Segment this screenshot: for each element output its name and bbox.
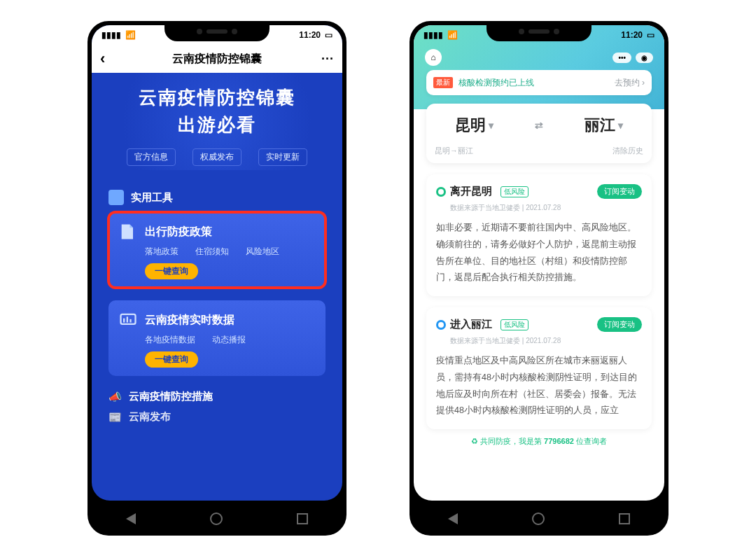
back-button[interactable]: ‹: [100, 51, 105, 67]
badge: 权威发布: [192, 148, 241, 166]
svg-rect-2: [127, 316, 128, 322]
to-city[interactable]: 丽江▾: [584, 115, 623, 136]
page-title: 云南疫情防控锦囊: [172, 52, 262, 67]
query-button[interactable]: 一键查询: [145, 263, 198, 279]
info-card-leave: 离开昆明 低风险 订阅变动 数据来源于当地卫健委 | 2021.07.28 如非…: [426, 174, 652, 296]
card-sub: 各地疫情数据: [145, 334, 195, 346]
tools-icon: [108, 190, 124, 205]
data-source: 数据来源于当地卫健委 | 2021.07.28: [450, 203, 642, 213]
pin-icon: [436, 320, 446, 330]
svg-rect-3: [130, 319, 131, 323]
nav-back[interactable]: [448, 513, 458, 524]
android-navbar: [89, 503, 345, 534]
notice-go[interactable]: 去预约 ›: [615, 77, 645, 89]
data-source: 数据来源于当地卫健委 | 2021.07.28: [450, 336, 642, 346]
phone-left: ▮▮▮▮📶 11:20▭ ‹ 云南疫情防控锦囊 ··· 云南疫情防控锦囊 出游必…: [88, 21, 346, 536]
subscribe-button[interactable]: 订阅变动: [597, 317, 642, 332]
hero-line2: 出游必看: [97, 113, 337, 137]
from-city[interactable]: 昆明▾: [455, 115, 493, 136]
more-button[interactable]: ···: [321, 52, 334, 67]
battery-icon: ▭: [325, 30, 332, 40]
badge: 官方信息: [127, 148, 176, 166]
section-title-tools: 实用工具: [108, 190, 326, 205]
stats-icon: [118, 310, 138, 330]
hero-badges: 官方信息 权威发布 实时更新: [97, 148, 337, 166]
info-title: 离开昆明: [450, 185, 492, 198]
nav-back[interactable]: [126, 513, 136, 524]
item-publish[interactable]: 📰 云南发布: [108, 410, 326, 424]
card-title: 出行防疫政策: [145, 225, 212, 239]
signal-icon: ▮▮▮▮: [102, 30, 121, 40]
nav-home[interactable]: [532, 512, 545, 525]
notch: [164, 22, 270, 41]
chevron-down-icon: ▾: [489, 120, 493, 131]
pin-icon: [436, 187, 446, 197]
tag-new: 最新: [433, 77, 453, 88]
info-body: 疫情重点地区及中高风险区所在城市来丽返丽人员，需持有48小时内核酸检测阴性证明，…: [436, 353, 642, 419]
content: 实用工具 出行防疫政策 落地政策 住宿须知 风险地区 一键查询: [92, 170, 342, 438]
info-card-enter: 进入丽江 低风险 订阅变动 数据来源于当地卫健委 | 2021.07.28 疫情…: [426, 307, 652, 429]
card-sub: 落地政策: [145, 246, 178, 258]
route-card: 昆明▾ ⇄ 丽江▾ 昆明→丽江 清除历史: [426, 104, 652, 163]
card-sub: 住宿须知: [195, 246, 229, 258]
battery-icon: ▭: [647, 30, 654, 40]
subscribe-button[interactable]: 订阅变动: [597, 184, 642, 199]
screen-right: ▮▮▮▮📶 11:20▭ ⌂ ••• ◉ 最新 核酸检测预约已上线 去预约 › …: [414, 25, 664, 501]
notice-text: 核酸检测预约已上线: [458, 77, 609, 89]
chevron-down-icon: ▾: [618, 120, 623, 131]
risk-badge: 低风险: [500, 319, 528, 330]
megaphone-icon: 📣: [108, 391, 122, 403]
hero-line1: 云南疫情防控锦囊: [97, 85, 337, 110]
card-realtime-data[interactable]: 云南疫情实时数据 各地疫情数据 动态播报 一键查询: [108, 300, 326, 376]
query-button[interactable]: 一键查询: [145, 351, 198, 368]
nav-recent[interactable]: [619, 513, 630, 524]
info-body: 如非必要，近期请不要前往国内中、高风险地区。确须前往的，请务必做好个人防护，返昆…: [436, 220, 642, 286]
hero: 云南疫情防控锦囊 出游必看 官方信息 权威发布 实时更新: [92, 73, 342, 170]
wifi-icon: 📶: [447, 30, 458, 40]
nav-home[interactable]: [210, 512, 223, 525]
mp-menu[interactable]: •••: [612, 53, 631, 63]
risk-badge: 低风险: [500, 186, 528, 197]
badge: 实时更新: [258, 148, 307, 166]
android-navbar: [411, 503, 667, 534]
card-sub: 风险地区: [246, 246, 279, 258]
notice-bar[interactable]: 最新 核酸检测预约已上线 去预约 ›: [426, 70, 652, 95]
screen-left: ▮▮▮▮📶 11:20▭ ‹ 云南疫情防控锦囊 ··· 云南疫情防控锦囊 出游必…: [92, 25, 342, 501]
card-travel-policy[interactable]: 出行防疫政策 落地政策 住宿须知 风险地区 一键查询: [108, 212, 326, 288]
swap-button[interactable]: ⇄: [535, 120, 543, 131]
home-button[interactable]: ⌂: [425, 49, 442, 66]
item-measures[interactable]: 📣 云南疫情防控措施: [108, 390, 326, 403]
phone-right: ▮▮▮▮📶 11:20▭ ⌂ ••• ◉ 最新 核酸检测预约已上线 去预约 › …: [410, 21, 668, 536]
news-icon: 📰: [108, 411, 122, 424]
content: 最新 核酸检测预约已上线 去预约 › 昆明▾ ⇄ 丽江▾ 昆明→丽江 清除历史: [414, 70, 664, 501]
clear-history[interactable]: 清除历史: [612, 146, 643, 156]
wifi-icon: 📶: [125, 30, 136, 40]
svg-rect-1: [123, 319, 125, 323]
nav-recent[interactable]: [297, 513, 308, 524]
info-title: 进入丽江: [450, 318, 492, 331]
notch: [486, 22, 592, 41]
titlebar: ‹ 云南疫情防控锦囊 ···: [92, 45, 342, 73]
miniprogram-bar: ⌂ ••• ◉: [414, 45, 664, 70]
mp-close[interactable]: ◉: [636, 53, 653, 63]
policy-icon: [118, 222, 138, 242]
status-time: 11:20: [621, 30, 643, 40]
card-sub: 动态播报: [212, 334, 246, 346]
card-title: 云南疫情实时数据: [145, 313, 234, 328]
status-time: 11:20: [299, 30, 321, 40]
history-item[interactable]: 昆明→丽江: [435, 146, 473, 156]
footer-counter: ♻ 共同防疫，我是第 7796682 位查询者: [426, 436, 652, 447]
signal-icon: ▮▮▮▮: [424, 30, 443, 40]
